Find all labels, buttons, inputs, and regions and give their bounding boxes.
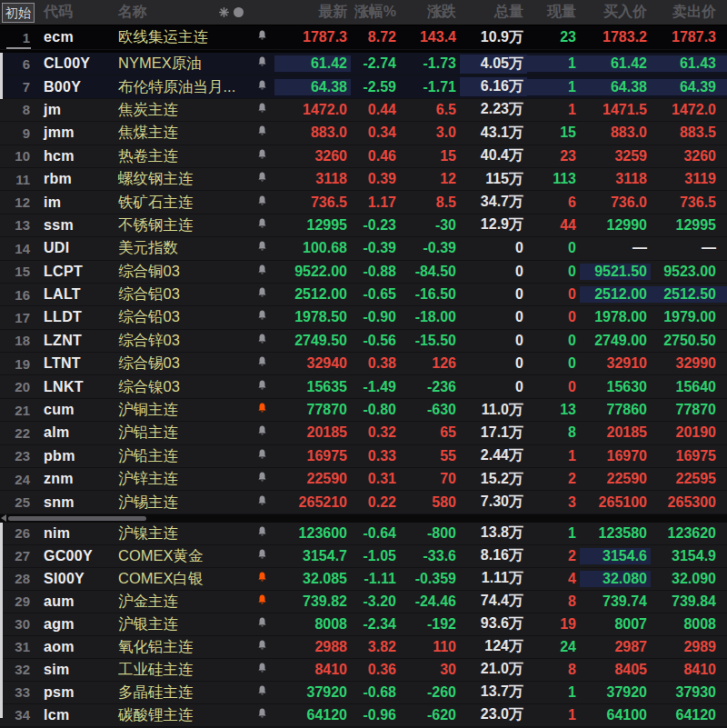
alert-bell[interactable]: [249, 194, 274, 211]
bell-icon: [256, 79, 268, 92]
alert-bell[interactable]: [249, 525, 274, 542]
top-pane-scrollbar-thumb[interactable]: [6, 47, 31, 49]
horizontal-scrollbar[interactable]: [0, 514, 727, 523]
table-row-cum[interactable]: 21cum沪铜主连77870-0.80-63011.0万137786077870: [0, 399, 727, 422]
alert-bell[interactable]: [249, 309, 274, 325]
table-row-LZNT[interactable]: 18LZNT综合锌032749.50-0.56-15.50002749.0027…: [0, 330, 727, 353]
horizontal-scrollbar-thumb[interactable]: [8, 516, 146, 521]
code-column-header[interactable]: 代码: [35, 3, 115, 22]
alert-bell[interactable]: [249, 684, 274, 701]
table-row-znm[interactable]: 24znm沪锌主连225900.317015.2万22259022595: [0, 468, 727, 491]
dot-icon[interactable]: [234, 7, 244, 17]
table-row-LCPT[interactable]: 15LCPT综合铜039522.00-0.88-84.50009521.5095…: [0, 261, 727, 284]
table-row-UDI[interactable]: 14UDI美元指数100.68-0.39-0.3900——: [0, 237, 727, 260]
initial-button[interactable]: 初始: [2, 3, 35, 23]
alert-bell[interactable]: [249, 662, 274, 678]
alert-bell[interactable]: [249, 148, 274, 165]
table-row-B00Y[interactable]: 7B00Y布伦特原油当月...64.38-2.59-1.716.16万164.3…: [0, 75, 727, 98]
row-index: 27: [0, 548, 35, 563]
alert-bell[interactable]: [249, 639, 274, 655]
table-row-jm[interactable]: 8jm焦炭主连1472.00.446.52.23万11471.51472.0: [0, 99, 727, 122]
vol-value: 12.9万: [460, 215, 527, 234]
chg-value: 15: [400, 148, 460, 165]
scrollbar-left-arrow-icon[interactable]: [1, 514, 6, 522]
table-row-sim[interactable]: 32sim工业硅主连84100.363021.0万884058410: [0, 659, 727, 682]
left-scroll-indicator-bottom[interactable]: [0, 523, 3, 718]
alert-bell[interactable]: [249, 379, 274, 395]
table-row-psm[interactable]: 33psm多晶硅主连37920-0.68-26013.7万13792037930: [0, 682, 727, 704]
instrument-code: LLDT: [35, 309, 115, 325]
alert-bell[interactable]: [249, 171, 274, 187]
alert-bell[interactable]: [249, 402, 274, 418]
sell-value: 16975: [651, 448, 727, 464]
column-header-sell[interactable]: 卖出价: [651, 3, 727, 22]
alert-bell[interactable]: [249, 355, 274, 372]
buy-value: 3118: [580, 171, 651, 187]
alert-bell[interactable]: [249, 593, 274, 610]
table-row-CL00Y[interactable]: 6CL00YNYMEX原油61.42-2.74-1.734.05万161.426…: [0, 53, 727, 75]
table-row-ecm[interactable]: 1ecm欧线集运主连1787.38.72143.410.9万231783.217…: [0, 25, 727, 50]
alert-bell[interactable]: [249, 217, 274, 234]
table-row-nim[interactable]: 26nim沪镍主连123600-0.64-80013.8万11235801236…: [0, 523, 727, 545]
alert-bell[interactable]: [249, 102, 274, 118]
alert-bell[interactable]: [249, 55, 274, 72]
cur-value: 113: [527, 171, 580, 187]
instrument-name: 工业硅主连: [115, 660, 249, 680]
table-row-ssm[interactable]: 13ssm不锈钢主连12995-0.23-3012.9万441299012995: [0, 214, 727, 237]
column-header-pct[interactable]: 涨幅%: [351, 3, 400, 22]
alert-bell[interactable]: [249, 571, 274, 587]
table-row-LALT[interactable]: 16LALT综合铝032512.00-0.65-16.50002512.0025…: [0, 284, 727, 306]
row-index: 23: [0, 448, 35, 464]
column-header-latest[interactable]: 最新: [274, 3, 351, 22]
table-row-SI00Y[interactable]: 28SI00YCOMEX白银32.085-1.11-0.3591.11万432.…: [0, 568, 727, 591]
alert-bell[interactable]: [249, 79, 274, 95]
latest-value: 265210: [274, 494, 351, 511]
column-header-cur[interactable]: 现量: [527, 3, 580, 22]
table-row-lcm[interactable]: 34lcm碳酸锂主连64120-0.96-62023.0万16410064120: [0, 704, 727, 727]
table-row-LTNT[interactable]: 19LTNT综合锡03329400.38126003291032990: [0, 353, 727, 375]
alert-bell[interactable]: [249, 707, 274, 723]
alert-bell[interactable]: [249, 125, 274, 141]
table-row-LNKT[interactable]: 20LNKT综合镍0315635-1.49-236001563015640: [0, 375, 727, 398]
alert-bell[interactable]: [249, 264, 274, 280]
instrument-code: LTNT: [35, 355, 115, 372]
latest-value: 37920: [274, 684, 351, 701]
spark-icon[interactable]: [219, 7, 229, 17]
table-row-rbm[interactable]: 11rbm螺纹钢主连31180.3912115万11331183119: [0, 168, 727, 191]
alert-bell[interactable]: [249, 424, 274, 441]
table-row-pbm[interactable]: 23pbm沪铅主连169750.33552.44万11697016975: [0, 445, 727, 468]
left-scroll-indicator-top[interactable]: [0, 53, 3, 99]
column-header-chg[interactable]: 涨跌: [400, 3, 460, 22]
buy-value: 64100: [580, 707, 651, 723]
column-header-buy[interactable]: 买入价: [580, 3, 651, 22]
table-row-snm[interactable]: 25snm沪锡主连2652100.225807.30万3265100265300: [0, 491, 727, 514]
latest-value: 2749.50: [274, 333, 351, 349]
table-row-im[interactable]: 12im铁矿石主连736.51.178.534.7万6736.0736.5: [0, 191, 727, 214]
table-row-aum[interactable]: 29aum沪金主连739.82-3.20-24.4674.4万8739.7473…: [0, 591, 727, 613]
row-index: 17: [0, 310, 35, 325]
alert-bell[interactable]: [249, 548, 274, 564]
name-column-header[interactable]: 名称: [115, 3, 249, 22]
table-row-LLDT[interactable]: 17LLDT综合铅031978.50-0.90-18.00001978.0019…: [0, 306, 727, 329]
table-row-GC00Y[interactable]: 27GC00YCOMEX黄金3154.7-1.05-33.68.16万23154…: [0, 545, 727, 568]
alert-bell[interactable]: [249, 616, 274, 633]
alert-bell[interactable]: [249, 471, 274, 487]
alert-bell[interactable]: [249, 494, 274, 511]
alert-bell[interactable]: [249, 29, 274, 45]
pct-value: 0.36: [351, 662, 400, 678]
alert-bell[interactable]: [249, 333, 274, 349]
column-header-vol[interactable]: 总量: [460, 3, 527, 22]
instrument-code: im: [35, 194, 115, 211]
table-row-hcm[interactable]: 10hcm热卷主连32600.461540.4万2332593260: [0, 145, 727, 168]
alert-bell[interactable]: [249, 448, 274, 464]
table-row-alm[interactable]: 22alm沪铝主连201850.326517.1万82018520190: [0, 422, 727, 444]
buy-value: 22590: [580, 471, 651, 487]
instrument-name: 热卷主连: [115, 146, 249, 166]
table-row-jmm[interactable]: 9jmm焦煤主连883.00.343.043.1万15883.0883.5: [0, 122, 727, 145]
table-row-agm[interactable]: 30agm沪银主连8008-2.34-19293.6万1980078008: [0, 613, 727, 636]
alert-bell[interactable]: [249, 286, 274, 303]
alert-bell[interactable]: [249, 240, 274, 256]
table-row-aom[interactable]: 31aom氧化铝主连29883.82110124万2429872989: [0, 636, 727, 659]
pct-value: 0.39: [351, 171, 400, 187]
row-index: 22: [0, 425, 35, 441]
